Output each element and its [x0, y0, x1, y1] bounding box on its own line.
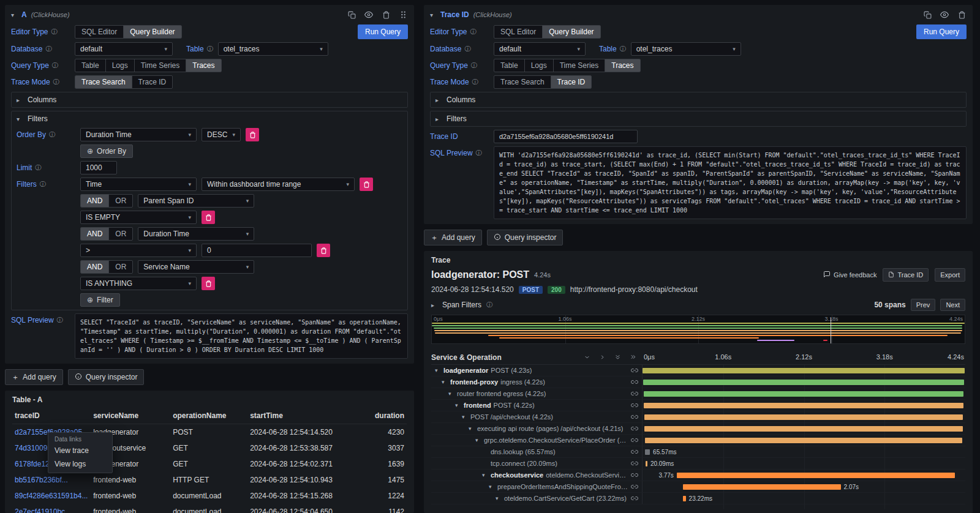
option-table[interactable]: Table	[75, 59, 106, 72]
add-filter-button[interactable]: ⊕Filter	[80, 293, 120, 307]
span-name-cell[interactable]: ▾grpc.oteldemo.CheckoutService/PlaceOrde…	[431, 435, 643, 446]
info-icon[interactable]: ⓘ	[464, 45, 470, 53]
span-duration-bar[interactable]	[643, 368, 965, 373]
option-or[interactable]: OR	[109, 261, 132, 273]
chevron-down-icon[interactable]: ▾	[455, 402, 461, 408]
database-select[interactable]: default▾	[75, 42, 173, 56]
span-row[interactable]: ▾prepareOrderItemsAndShippingQuoteFromCa…	[431, 481, 965, 493]
chevron-down-icon[interactable]: ▾	[11, 12, 17, 18]
filter-operator-select[interactable]: IS EMPTY▾	[80, 211, 197, 224]
delete-query-trash-icon[interactable]	[381, 10, 391, 20]
span-duration-bar[interactable]	[644, 391, 964, 397]
span-name-cell[interactable]: ▾executing api route (pages) /api/checko…	[431, 423, 643, 434]
expand-one-icon[interactable]	[597, 353, 607, 362]
info-icon[interactable]: ⓘ	[52, 61, 58, 70]
chevron-down-icon[interactable]: ▾	[475, 437, 481, 443]
database-select[interactable]: default▾	[494, 42, 586, 56]
link-icon[interactable]	[631, 367, 642, 374]
option-table[interactable]: Table	[494, 59, 525, 72]
chevron-down-icon[interactable]: ▾	[482, 472, 488, 478]
option-sql-editor[interactable]: SQL Editor	[75, 26, 124, 38]
collapse-one-icon[interactable]	[582, 353, 592, 362]
order-by-field-select[interactable]: Duration Time▾	[80, 128, 197, 141]
run-query-button[interactable]: Run Query	[358, 24, 408, 39]
chevron-down-icon[interactable]: ▾	[435, 367, 441, 373]
span-row[interactable]: ▾POST /api/checkout (4.22s)	[431, 411, 965, 423]
add-order-by-button[interactable]: ⊕Order By	[80, 144, 133, 158]
duplicate-query-icon[interactable]	[922, 10, 932, 20]
trace-id-link[interactable]: bb5167b236bf...	[12, 472, 91, 488]
span-row[interactable]: tcp.connect (20.09ms)20.09ms	[431, 458, 965, 470]
span-row[interactable]: ▾executing api route (pages) /api/checko…	[431, 423, 965, 435]
span-row[interactable]: ▾frontendPOST (4.22s)	[431, 400, 965, 411]
span-duration-bar[interactable]	[644, 414, 963, 420]
span-row[interactable]: ▾frontend-proxyingress (4.22s)	[431, 376, 965, 388]
remove-filter-button[interactable]	[202, 277, 215, 290]
next-span-button[interactable]: Next	[940, 299, 965, 311]
add-query-button[interactable]: ＋Add query	[424, 230, 482, 245]
delete-query-trash-icon[interactable]	[957, 10, 967, 20]
option-trace-search[interactable]: Trace Search	[494, 76, 551, 88]
span-name-cell[interactable]: ▾checkoutserviceoteldemo.CheckoutService…	[431, 470, 643, 481]
filter-field-select[interactable]: Service Name▾	[138, 260, 254, 274]
option-traces[interactable]: Traces	[605, 59, 639, 72]
filters-section-header[interactable]: ▾Filters	[17, 114, 402, 123]
trace-id-input[interactable]: d2a7155ef6a928a05680e5ff6190241d	[494, 130, 638, 143]
span-row[interactable]: dns.lookup (65.57ms)65.57ms	[431, 446, 965, 458]
chevron-down-icon[interactable]: ▾	[489, 484, 495, 490]
chevron-down-icon[interactable]: ▾	[430, 12, 436, 18]
columns-section[interactable]: ▸Columns	[11, 92, 408, 108]
chevron-right-icon[interactable]: ▸	[431, 302, 437, 309]
span-name-cell[interactable]: ▾frontendPOST (4.22s)	[431, 400, 643, 411]
info-icon[interactable]: ⓘ	[49, 130, 55, 139]
column-header-operationname[interactable]: operationName	[170, 408, 247, 424]
span-duration-bar[interactable]	[644, 426, 963, 432]
remove-filter-button[interactable]	[360, 178, 373, 191]
filter-field-select[interactable]: Parent Span ID▾	[138, 194, 254, 208]
chevron-down-icon[interactable]: ▾	[469, 425, 475, 432]
view-trace-menu-item[interactable]: View trace	[48, 444, 112, 457]
filter-operator-select[interactable]: IS ANYTHING▾	[80, 277, 197, 290]
span-row[interactable]: ▾checkoutserviceoteldemo.CheckoutService…	[431, 470, 965, 481]
span-row[interactable]: ▾router frontend egress (4.22s)	[431, 388, 965, 400]
table-select[interactable]: otel_traces▾	[631, 42, 741, 56]
filter-value-input[interactable]: 0	[202, 244, 312, 257]
link-icon[interactable]	[631, 436, 642, 444]
span-duration-bar[interactable]	[677, 473, 955, 478]
link-icon[interactable]	[631, 390, 642, 397]
filter-field-select[interactable]: Time▾	[80, 178, 197, 191]
info-icon[interactable]: ⓘ	[476, 149, 482, 157]
span-name-cell[interactable]: ▾frontend-proxyingress (4.22s)	[431, 376, 643, 388]
prev-span-button[interactable]: Prev	[911, 299, 936, 311]
link-icon[interactable]	[631, 495, 642, 502]
trace-id-link[interactable]: 89cf4286e631591b4...	[12, 488, 91, 504]
span-row[interactable]: ▾grpc.oteldemo.CheckoutService/PlaceOrde…	[431, 435, 965, 446]
span-duration-bar[interactable]	[683, 484, 840, 490]
option-trace-search[interactable]: Trace Search	[75, 76, 132, 88]
info-icon[interactable]: ⓘ	[472, 78, 478, 86]
chevron-down-icon[interactable]: ▾	[448, 391, 454, 397]
option-trace-id[interactable]: Trace ID	[132, 76, 173, 88]
info-icon[interactable]: ⓘ	[471, 61, 477, 70]
span-duration-bar[interactable]	[645, 438, 963, 443]
span-duration-bar[interactable]	[683, 496, 685, 501]
span-name-cell[interactable]: ▾prepareOrderItemsAndShippingQuoteFromCa…	[431, 481, 643, 492]
option-query-builder[interactable]: Query Builder	[124, 26, 181, 38]
span-duration-bar[interactable]	[645, 449, 650, 455]
option-logs[interactable]: Logs	[106, 59, 135, 72]
span-name-cell[interactable]: ▾POST /api/checkout (4.22s)	[431, 411, 643, 422]
trace-minimap[interactable]: 0μs1.06s2.12s3.18s4.24s	[431, 315, 965, 344]
order-by-direction-select[interactable]: DESC▾	[202, 128, 241, 141]
span-name-cell[interactable]: dns.lookup (65.57ms)	[431, 446, 643, 457]
trace-id-button[interactable]: Trace ID	[883, 268, 929, 282]
info-icon[interactable]: ⓘ	[51, 28, 57, 36]
link-icon[interactable]	[631, 448, 642, 455]
link-icon[interactable]	[631, 425, 642, 432]
give-feedback-button[interactable]: Give feedback	[823, 271, 876, 279]
columns-section[interactable]: ▸Columns	[430, 92, 967, 108]
link-icon[interactable]	[631, 483, 642, 490]
table-select[interactable]: otel_traces▾	[218, 42, 328, 56]
info-icon[interactable]: ⓘ	[207, 45, 213, 53]
link-icon[interactable]	[631, 402, 642, 409]
view-logs-menu-item[interactable]: View logs	[48, 457, 112, 471]
